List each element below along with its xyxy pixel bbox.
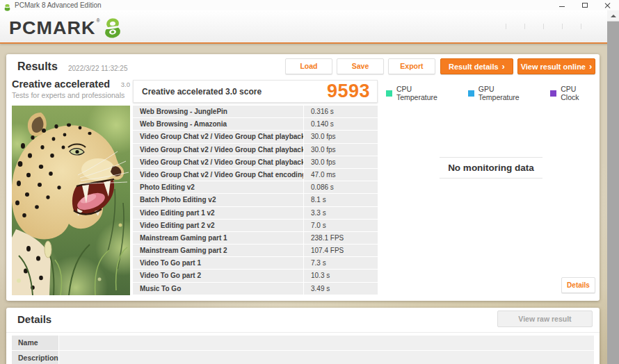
benchmark-name: Web Browsing - JunglePin [133, 106, 303, 117]
export-button[interactable]: Export [388, 58, 435, 74]
pcmark-8-icon [102, 17, 124, 39]
table-row: Mainstream Gaming part 2 107.4 FPS [133, 245, 378, 256]
monitoring-details-button[interactable]: Details [561, 277, 595, 293]
legend-item: CPU Temperature [386, 85, 454, 101]
benchmark-value: 7.3 s [304, 257, 378, 269]
benchmark-name: Batch Photo Editing v2 [133, 194, 303, 206]
table-row: Video To Go part 1 7.3 s [133, 257, 378, 269]
titlebar: PCMark 8 Advanced Edition [0, 0, 619, 10]
nav-item[interactable] [581, 24, 600, 29]
legend-swatch [468, 90, 474, 97]
registered-mark: ® [97, 18, 100, 23]
nav-item[interactable] [488, 24, 506, 29]
benchmark-value: 47.0 ms [304, 169, 378, 181]
results-timestamp: 2022/3/22 11:32:25 [68, 65, 127, 72]
score-label: Creative accelerated 3.0 score [142, 87, 327, 97]
details-fields: Name Description [12, 336, 594, 364]
minimize-button[interactable] [558, 1, 566, 10]
table-row: Music To Go 3.49 s [133, 283, 378, 295]
result-details-button[interactable]: Result details› [440, 58, 513, 74]
table-row: Video Group Chat v2 / Video Group Chat e… [133, 169, 378, 181]
maximize-button[interactable] [581, 1, 589, 10]
benchmark-name: Video Group Chat v2 / Video Group Chat e… [133, 169, 303, 181]
legend-label: CPU Clock [561, 85, 596, 101]
benchmark-value: 8.1 s [304, 194, 378, 206]
score-value: 9593 [327, 81, 370, 102]
benchmark-name: Web Browsing - Amazonia [133, 118, 303, 130]
field-row: Name [12, 336, 594, 350]
nav-item[interactable] [543, 24, 562, 29]
table-row: Video Group Chat v2 / Video Group Chat p… [133, 131, 378, 142]
legend-label: GPU Temperature [479, 85, 537, 101]
result-details-label: Result details [449, 63, 499, 71]
app-window: PCMark 8 Advanced Edition PCMARK ® Resul… [0, 0, 619, 364]
score-box: Creative accelerated 3.0 score 9593 [133, 80, 378, 103]
results-panel: Results 2022/3/22 11:32:25 Load Save Exp… [6, 54, 600, 301]
pcmark-logo: PCMARK ® [9, 17, 124, 39]
table-row: Video Group Chat v2 / Video Group Chat p… [133, 144, 378, 156]
benchmark-value: 107.4 FPS [304, 245, 378, 256]
benchmark-value: 30.0 fps [304, 131, 378, 142]
benchmark-value: 7.0 s [304, 220, 378, 231]
legend-swatch [550, 90, 556, 97]
benchmark-value: 10.3 s [304, 270, 378, 281]
scroll-up-button[interactable] [607, 10, 619, 22]
benchmark-value: 30.0 fps [304, 144, 378, 156]
benchmark-name: Photo Editing v2 [133, 181, 303, 193]
nav-item[interactable] [562, 24, 581, 29]
benchmark-value: 3.49 s [304, 283, 378, 295]
details-title: Details [17, 313, 51, 325]
nav-item[interactable] [524, 24, 543, 29]
logo-text: PCMARK [9, 17, 96, 38]
benchmark-value: 3.3 s [304, 207, 378, 219]
test-subtitle: Tests for experts and professionals [12, 91, 130, 99]
benchmark-value: 0.140 s [304, 118, 378, 130]
load-button[interactable]: Load [285, 58, 332, 74]
no-monitoring-data-message: No monitoring data [440, 157, 542, 179]
field-label: Name [12, 336, 58, 350]
benchmark-name: Video Editing part 1 v2 [133, 207, 303, 219]
table-row: Web Browsing - JunglePin 0.316 s [133, 106, 378, 117]
field-value [59, 336, 594, 350]
view-result-online-label: View result online [521, 63, 586, 71]
close-button[interactable] [604, 1, 612, 10]
legend-item: GPU Temperature [468, 85, 536, 101]
benchmark-name: Video Group Chat v2 / Video Group Chat p… [133, 156, 303, 168]
benchmark-results-table: Web Browsing - JunglePin 0.316 s Web Bro… [133, 106, 378, 295]
chevron-right-icon: › [589, 61, 592, 72]
details-panel: Details View raw result Name Description [6, 308, 600, 364]
table-row: Photo Editing v2 0.086 s [133, 181, 378, 193]
monitoring-chart-area: No monitoring data [386, 157, 596, 179]
benchmark-name: Music To Go [133, 283, 303, 295]
table-row: Video Editing part 2 v2 7.0 s [133, 220, 378, 231]
chevron-up-icon [611, 15, 616, 17]
benchmark-value: 238.1 FPS [304, 232, 378, 244]
test-name: Creative accelerated [12, 78, 110, 90]
benchmark-name: Mainstream Gaming part 1 [133, 232, 303, 244]
field-value [59, 351, 594, 364]
view-result-online-button[interactable]: View result online› [517, 58, 595, 74]
view-raw-result-button[interactable]: View raw result [497, 311, 593, 327]
main-nav [488, 10, 600, 42]
leopard-image [12, 106, 130, 295]
benchmark-name: Video Group Chat v2 / Video Group Chat p… [133, 144, 303, 156]
test-version: 3.0 [121, 81, 130, 88]
test-info: 3.0 Creative accelerated Tests for exper… [12, 78, 130, 99]
table-row: Video Editing part 1 v2 3.3 s [133, 207, 378, 219]
legend-label: CPU Temperature [396, 85, 454, 101]
nav-item[interactable] [506, 24, 524, 29]
benchmark-name: Video To Go part 1 [133, 257, 303, 269]
table-row: Mainstream Gaming part 1 238.1 FPS [133, 232, 378, 244]
benchmark-value: 0.316 s [304, 106, 378, 117]
table-row: Web Browsing - Amazonia 0.140 s [133, 118, 378, 130]
benchmark-value: 0.086 s [304, 181, 378, 193]
window-title: PCMark 8 Advanced Edition [15, 0, 102, 10]
app-icon [3, 1, 11, 9]
save-button[interactable]: Save [337, 58, 384, 74]
monitoring-legend: CPU Temperature GPU Temperature CPU Cloc… [386, 85, 596, 101]
benchmark-name: Video Group Chat v2 / Video Group Chat p… [133, 131, 303, 142]
vertical-scrollbar[interactable] [607, 10, 619, 364]
benchmark-name: Mainstream Gaming part 2 [133, 245, 303, 256]
table-row: Batch Photo Editing v2 8.1 s [133, 194, 378, 206]
table-row: Video To Go part 2 10.3 s [133, 270, 378, 281]
